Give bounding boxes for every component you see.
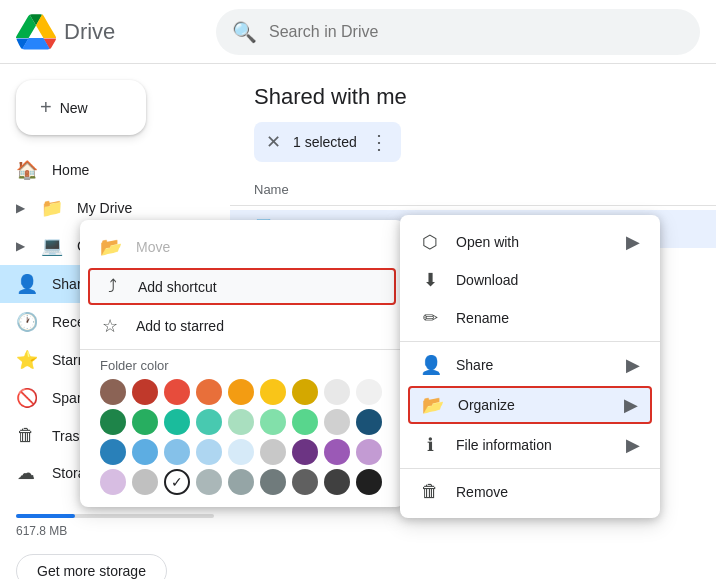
sidebar-item-my-drive-label: My Drive (77, 200, 132, 216)
color-swatch-AED6F1[interactable] (196, 439, 222, 465)
computers-icon: 💻 (41, 235, 61, 257)
color-swatch-C39BD3[interactable] (356, 439, 382, 465)
color-swatch-58D68D[interactable] (292, 409, 318, 435)
menu-item-file-info[interactable]: ℹ File information ▶ (400, 426, 660, 464)
logo-area: Drive (16, 12, 216, 52)
plus-icon: + (40, 96, 52, 119)
color-swatch-ffffff[interactable]: ✓ (164, 469, 190, 495)
trash-icon: 🗑 (16, 425, 36, 446)
new-button-label: New (60, 100, 88, 116)
color-swatch-202020[interactable] (356, 469, 382, 495)
menu-divider (80, 349, 404, 350)
menu-item-organize[interactable]: 📂 Organize ▶ (408, 386, 652, 424)
color-swatch-6C3483[interactable] (292, 439, 318, 465)
storage-icon: ☁ (16, 462, 36, 484)
page-title: Shared with me (254, 84, 692, 110)
color-swatch-48C9B0[interactable] (196, 409, 222, 435)
color-swatch-e8e8e8[interactable] (324, 379, 350, 405)
color-swatch-F39C12[interactable] (228, 379, 254, 405)
recent-icon: 🕐 (16, 311, 36, 333)
menu-item-add-shortcut[interactable]: ⤴ Add shortcut (88, 268, 396, 305)
color-swatch-D4A800[interactable] (292, 379, 318, 405)
color-swatch-2980B9[interactable] (100, 439, 126, 465)
color-swatch-8B6355[interactable] (100, 379, 126, 405)
menu-item-open-with-label: Open with (456, 234, 519, 250)
color-swatch-5DADE2[interactable] (132, 439, 158, 465)
spam-icon: 🚫 (16, 387, 36, 409)
color-swatch-606060[interactable] (292, 469, 318, 495)
file-info-icon: ℹ (420, 434, 440, 456)
color-swatch-1E8449[interactable] (100, 409, 126, 435)
color-swatch-404040[interactable] (324, 469, 350, 495)
share-arrow-icon: ▶ (626, 354, 640, 376)
color-swatch-d0d0d0[interactable] (324, 409, 350, 435)
menu-item-download[interactable]: ⬇ Download (400, 261, 660, 299)
menu-item-file-info-label: File information (456, 437, 552, 453)
color-swatch-E86F3A[interactable] (196, 379, 222, 405)
search-input[interactable] (269, 23, 684, 41)
color-swatch-c0c0c0[interactable] (132, 469, 158, 495)
add-starred-icon: ☆ (100, 315, 120, 337)
color-swatch-1ABC9C[interactable] (164, 409, 190, 435)
menu-item-share[interactable]: 👤 Share ▶ (400, 346, 660, 384)
move-icon: 📂 (100, 236, 120, 258)
color-swatch-F9C518[interactable] (260, 379, 286, 405)
color-swatch-c8c8c8[interactable] (260, 439, 286, 465)
color-swatch-82E0AA[interactable] (260, 409, 286, 435)
color-swatch-D6EAF8[interactable] (228, 439, 254, 465)
logo-text: Drive (64, 19, 115, 45)
menu-item-add-starred[interactable]: ☆ Add to starred (80, 307, 404, 345)
context-menu-right: ⬡ Open with ▶ ⬇ Download ✏ Rename 👤 Shar… (400, 215, 660, 518)
menu-item-share-label: Share (456, 357, 493, 373)
color-swatch-E74C3C[interactable] (164, 379, 190, 405)
get-storage-label: Get more storage (37, 563, 146, 579)
color-swatch-A9DFBF[interactable] (228, 409, 254, 435)
selection-more-icon[interactable]: ⋮ (369, 130, 389, 154)
menu-item-move-label: Move (136, 239, 170, 255)
starred-icon: ⭐ (16, 349, 36, 371)
get-more-storage-button[interactable]: Get more storage (16, 554, 167, 579)
color-grid: ✓ (80, 375, 404, 499)
color-swatch-95A5A6[interactable] (228, 469, 254, 495)
menu-item-organize-label: Organize (458, 397, 515, 413)
header: Drive 🔍 (0, 0, 716, 64)
open-with-arrow-icon: ▶ (626, 231, 640, 253)
menu-item-download-label: Download (456, 272, 518, 288)
selection-close-icon[interactable]: ✕ (266, 131, 281, 153)
rename-icon: ✏ (420, 307, 440, 329)
menu-item-rename[interactable]: ✏ Rename (400, 299, 660, 337)
storage-fill (16, 514, 75, 518)
color-swatch-AAB7B8[interactable] (196, 469, 222, 495)
menu-item-add-starred-label: Add to starred (136, 318, 224, 334)
menu-divider-2 (400, 341, 660, 342)
color-swatch-9B59B6[interactable] (324, 439, 350, 465)
color-swatch-1A5276[interactable] (356, 409, 382, 435)
organize-arrow-icon: ▶ (624, 394, 638, 416)
computers-expand-icon: ▶ (16, 239, 25, 253)
new-button[interactable]: + New (16, 80, 146, 135)
color-swatch-f0f0f0[interactable] (356, 379, 382, 405)
search-bar[interactable]: 🔍 (216, 9, 700, 55)
color-swatch-C0392B[interactable] (132, 379, 158, 405)
sidebar-item-home-label: Home (52, 162, 89, 178)
menu-divider-3 (400, 468, 660, 469)
color-swatch-27AE60[interactable] (132, 409, 158, 435)
sidebar-item-home[interactable]: 🏠 Home (0, 151, 214, 189)
storage-text: 617.8 MB (16, 524, 67, 538)
color-swatch-707B7C[interactable] (260, 469, 286, 495)
column-header-name: Name (230, 174, 716, 206)
home-icon: 🏠 (16, 159, 36, 181)
color-swatch-85C1E9[interactable] (164, 439, 190, 465)
storage-bar (16, 514, 214, 518)
search-icon: 🔍 (232, 20, 257, 44)
my-drive-icon: 📁 (41, 197, 61, 219)
menu-item-move[interactable]: 📂 Move (80, 228, 404, 266)
download-icon: ⬇ (420, 269, 440, 291)
selection-bar: ✕ 1 selected ⋮ (254, 122, 401, 162)
context-menu-left: 📂 Move ⤴ Add shortcut ☆ Add to starred F… (80, 220, 404, 507)
menu-item-remove[interactable]: 🗑 Remove (400, 473, 660, 510)
color-swatch-D7BDE2[interactable] (100, 469, 126, 495)
menu-item-open-with[interactable]: ⬡ Open with ▶ (400, 223, 660, 261)
organize-icon: 📂 (422, 394, 442, 416)
folder-color-label: Folder color (80, 354, 404, 375)
